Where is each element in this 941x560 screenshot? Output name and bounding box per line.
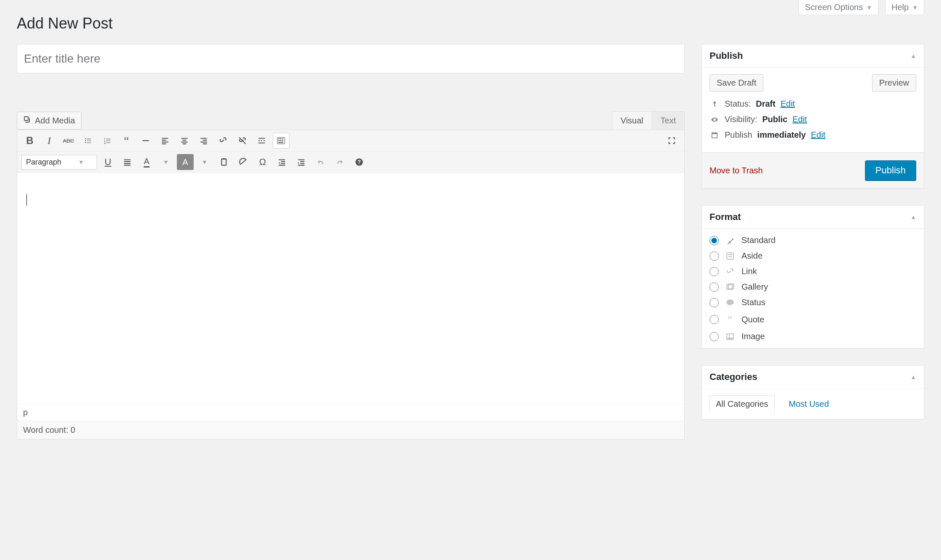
visibility-label: Visibility: [725, 115, 757, 124]
svg-point-25 [726, 299, 734, 305]
svg-rect-4 [282, 139, 283, 139]
screen-options-label: Screen Options [805, 3, 863, 12]
tab-most-used[interactable]: Most Used [783, 396, 835, 412]
tab-visual[interactable]: Visual [612, 111, 652, 130]
format-box: Format ▲ Standard Aside [702, 205, 924, 348]
paragraph-format-label: Paragraph [26, 158, 61, 167]
horizontal-rule-button[interactable] [137, 133, 154, 149]
status-label: Status: [725, 99, 751, 109]
format-option-quote[interactable]: “ Quote [710, 313, 916, 326]
format-option-gallery[interactable]: Gallery [710, 282, 916, 292]
format-option-link[interactable]: Link [710, 267, 916, 276]
help-button-toolbar[interactable]: ? [351, 154, 368, 170]
post-title-input[interactable] [17, 44, 685, 73]
special-character-button[interactable]: Ω [254, 154, 271, 170]
justify-button[interactable] [119, 154, 136, 170]
svg-rect-3 [280, 139, 281, 139]
format-option-aside[interactable]: Aside [710, 251, 916, 261]
clear-formatting-button[interactable] [235, 154, 252, 170]
format-option-image[interactable]: Image [710, 332, 916, 341]
move-to-trash-link[interactable]: Move to Trash [710, 166, 763, 175]
format-radio-gallery[interactable] [710, 283, 719, 292]
format-radio-aside[interactable] [710, 251, 719, 261]
align-right-button[interactable] [195, 133, 212, 149]
background-color-dropdown[interactable]: ▼ [196, 154, 213, 170]
gallery-icon [725, 283, 736, 292]
svg-rect-2 [278, 139, 279, 139]
link-button[interactable] [215, 133, 231, 149]
collapse-toggle-icon[interactable]: ▲ [910, 374, 916, 380]
strikethrough-button[interactable]: ABC [60, 133, 77, 149]
preview-button[interactable]: Preview [872, 74, 916, 92]
background-color-button[interactable]: A [177, 154, 194, 170]
page-title: Add New Post [17, 0, 924, 32]
italic-button[interactable]: I [41, 133, 58, 149]
svg-rect-0 [142, 140, 149, 141]
publish-box: Publish ▲ Save Draft Preview Status: Dra… [702, 44, 924, 188]
svg-rect-21 [728, 254, 732, 255]
undo-button[interactable] [312, 154, 329, 170]
add-media-label: Add Media [35, 116, 75, 126]
redo-button[interactable] [331, 154, 348, 170]
chevron-down-icon: ▼ [912, 4, 918, 11]
format-radio-standard[interactable] [710, 236, 719, 245]
fullscreen-button[interactable] [663, 133, 680, 149]
format-option-standard[interactable]: Standard [710, 236, 916, 245]
text-cursor [26, 194, 27, 206]
image-icon [725, 332, 736, 341]
publish-button[interactable]: Publish [865, 160, 916, 181]
svg-text:?: ? [357, 159, 361, 165]
svg-rect-5 [278, 140, 279, 141]
unlink-button[interactable] [234, 133, 251, 149]
align-left-button[interactable] [157, 133, 173, 149]
collapse-toggle-icon[interactable]: ▲ [910, 214, 916, 220]
collapse-toggle-icon[interactable]: ▲ [910, 52, 916, 59]
format-label: Gallery [741, 282, 768, 292]
link-icon [725, 267, 736, 276]
content-editor[interactable] [17, 173, 684, 404]
format-radio-image[interactable] [710, 332, 719, 341]
svg-rect-18 [713, 132, 714, 133]
tab-text[interactable]: Text [652, 111, 685, 130]
format-radio-quote[interactable] [710, 315, 719, 324]
toolbar-toggle-button[interactable] [273, 133, 289, 149]
eye-icon [710, 115, 720, 124]
chevron-down-icon: ▼ [78, 159, 84, 165]
edit-visibility-link[interactable]: Edit [792, 115, 807, 124]
bullet-list-button[interactable] [79, 133, 96, 149]
outdent-button[interactable] [273, 154, 290, 170]
blockquote-button[interactable]: “ [118, 133, 135, 149]
paste-text-button[interactable] [216, 154, 232, 170]
categories-box: Categories ▲ All Categories Most Used [702, 365, 924, 419]
bold-button[interactable]: B [21, 133, 38, 149]
save-draft-button[interactable]: Save Draft [710, 74, 763, 92]
format-label: Aside [741, 251, 762, 261]
chevron-down-icon: ▼ [866, 4, 872, 11]
edit-status-link[interactable]: Edit [781, 99, 795, 109]
paragraph-format-select[interactable]: Paragraph ▼ [21, 155, 97, 170]
help-label: Help [891, 3, 909, 12]
media-icon [23, 115, 32, 126]
text-color-button[interactable]: A [138, 154, 155, 170]
format-radio-status[interactable] [710, 298, 719, 307]
categories-heading: Categories [710, 372, 757, 382]
numbered-list-button[interactable] [99, 133, 116, 149]
format-option-status[interactable]: Status [710, 298, 916, 307]
pushpin-icon [725, 236, 736, 245]
align-center-button[interactable] [176, 133, 193, 149]
read-more-button[interactable] [253, 133, 270, 149]
format-radio-link[interactable] [710, 267, 719, 276]
text-color-dropdown[interactable]: ▼ [158, 154, 174, 170]
publish-time-value: immediately [757, 130, 806, 140]
editor-container: B I ABC “ [17, 130, 685, 440]
status-icon [725, 298, 736, 307]
svg-rect-15 [714, 105, 716, 106]
tab-all-categories[interactable]: All Categories [710, 395, 775, 412]
svg-point-27 [728, 335, 730, 336]
underline-button[interactable]: U [100, 154, 116, 170]
indent-button[interactable] [293, 154, 310, 170]
screen-options-button[interactable]: Screen Options ▼ [799, 0, 878, 15]
add-media-button[interactable]: Add Media [17, 112, 81, 130]
help-button[interactable]: Help ▼ [885, 0, 924, 15]
edit-publish-time-link[interactable]: Edit [811, 130, 825, 140]
